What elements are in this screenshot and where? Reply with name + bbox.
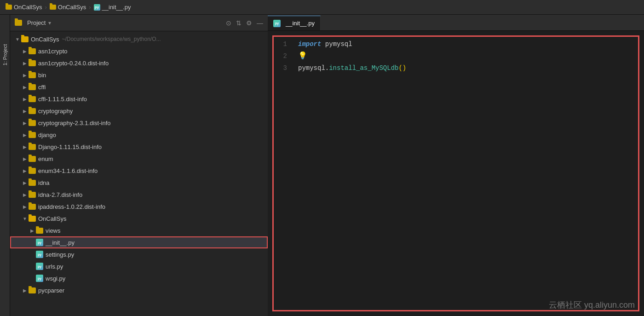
py-icon: py (94, 4, 100, 11)
folder-icon (29, 132, 36, 138)
py-file-icon: py (36, 251, 43, 258)
main-layout: 1: Project Project ▾ ⊙ ⇅ ⚙ — OnCallSys ~… (0, 15, 644, 316)
item-label: OnCallSys (38, 215, 66, 222)
code-line-2: 💡 (298, 50, 644, 62)
breadcrumb-item-3: py __init__.py (94, 4, 131, 11)
folder-icon (29, 192, 36, 198)
folder-icon (29, 120, 36, 126)
folder-icon-1 (6, 5, 12, 10)
item-label: enum (38, 155, 53, 162)
line-num-3: 3 (268, 62, 287, 74)
code-line-3: pymysql.install_as_MySQLdb() (298, 62, 644, 74)
list-item[interactable]: enum34-1.1.6.dist-info (10, 165, 268, 177)
breadcrumb-label-1: OnCallSys (14, 4, 42, 11)
tab-init-py[interactable]: py __init__.py (268, 16, 321, 30)
hint-icon: 💡 (298, 50, 307, 62)
line-num-2: 2 (268, 50, 287, 62)
folder-icon-2 (50, 5, 56, 10)
list-item[interactable]: ipaddress-1.0.22.dist-info (10, 201, 268, 213)
list-item[interactable]: py urls.py (10, 260, 268, 272)
arrow (21, 203, 29, 210)
folder-icon (29, 204, 36, 210)
item-label: cryptography-2.3.1.dist-info (38, 120, 111, 126)
folder-icon (29, 168, 36, 174)
breadcrumb-label-2: OnCallSys (58, 4, 86, 11)
arrow (29, 227, 36, 234)
list-item[interactable]: asn1crypto (10, 45, 268, 57)
folder-icon (29, 108, 36, 114)
list-item[interactable]: py settings.py (10, 248, 268, 260)
list-item[interactable]: cryptography-2.3.1.dist-info (10, 117, 268, 129)
locate-icon[interactable]: ⊙ (226, 19, 231, 27)
paren-open: ( (398, 62, 402, 74)
item-label: cryptography (38, 108, 73, 115)
arrow (21, 71, 29, 79)
tree-root[interactable]: OnCallSys ~/Documents/workspace/ws_pytho… (10, 33, 268, 45)
item-label: pycparser (38, 287, 64, 294)
collapse-icon[interactable]: ⇅ (236, 19, 242, 27)
arrow (21, 119, 29, 126)
item-label: views (46, 227, 61, 234)
list-item[interactable]: pycparser (10, 284, 268, 296)
project-title-label: Project (27, 19, 46, 26)
item-label: cffi-1.11.5.dist-info (38, 96, 87, 103)
arrow (21, 167, 29, 174)
item-label: asn1crypto-0.24.0.dist-info (38, 60, 109, 67)
arrow (21, 191, 29, 198)
folder-icon (29, 48, 36, 54)
list-item[interactable]: OnCallSys (10, 213, 268, 224)
header-icons: ⊙ ⇅ ⚙ — (226, 19, 263, 27)
arrow (21, 179, 29, 186)
tab-py-icon: py (273, 20, 281, 27)
item-label: Django-1.11.15.dist-info (38, 144, 102, 150)
breadcrumb-sep-2: › (89, 4, 91, 11)
minimize-icon[interactable]: — (257, 19, 263, 27)
arrow (21, 83, 29, 91)
root-arrow (14, 35, 21, 43)
root-label: OnCallSys (31, 36, 59, 43)
settings-icon[interactable]: ⚙ (246, 19, 252, 27)
code-content[interactable]: import pymysql 💡 pymysql.install_as_MySQ… (291, 31, 644, 316)
list-item[interactable]: django (10, 129, 268, 141)
arrow (21, 47, 29, 55)
list-item[interactable]: asn1crypto-0.24.0.dist-info (10, 57, 268, 69)
list-item[interactable]: cffi-1.11.5.dist-info (10, 93, 268, 105)
folder-icon (29, 156, 36, 162)
list-item[interactable]: views (10, 224, 268, 236)
obj-name: pymysql (298, 62, 325, 74)
folder-icon (36, 228, 43, 234)
list-item[interactable]: idna (10, 177, 268, 189)
side-tab-label[interactable]: 1: Project (1, 42, 9, 67)
folder-icon (29, 60, 36, 66)
method-name: install_as_MySQLdb (329, 62, 398, 74)
list-item[interactable]: py wsgi.py (10, 272, 268, 284)
init-py-item[interactable]: py __init__.py (10, 236, 268, 248)
py-file-icon: py (36, 239, 43, 246)
item-label: settings.py (46, 251, 74, 258)
item-label: wsgi.py (46, 275, 65, 282)
arrow (21, 143, 29, 150)
list-item[interactable]: idna-2.7.dist-info (10, 189, 268, 201)
list-item[interactable]: enum (10, 153, 268, 165)
line-num-1: 1 (268, 38, 287, 50)
list-item[interactable]: bin (10, 69, 268, 81)
folder-icon (29, 72, 36, 78)
list-item[interactable]: cryptography (10, 105, 268, 117)
arrow (21, 107, 29, 115)
list-item[interactable]: Django-1.11.15.dist-info (10, 141, 268, 153)
item-label: enum34-1.1.6.dist-info (38, 167, 98, 174)
editor-area: py __init__.py 1 2 3 import pymysql 💡 (268, 15, 644, 316)
folder-icon (29, 180, 36, 186)
arrow (21, 95, 29, 103)
item-label: bin (38, 72, 46, 79)
item-label: ipaddress-1.0.22.dist-info (38, 203, 105, 210)
breadcrumb: OnCallSys › OnCallSys › py __init__.py (6, 4, 131, 11)
arrow (21, 131, 29, 138)
dot: . (325, 62, 329, 74)
item-label: __init__.py (46, 239, 75, 246)
title-bar: OnCallSys › OnCallSys › py __init__.py (0, 0, 644, 15)
arrow (21, 215, 29, 222)
list-item[interactable]: cffi (10, 81, 268, 93)
editor-tabs: py __init__.py (268, 15, 644, 31)
dropdown-arrow[interactable]: ▾ (48, 20, 51, 26)
